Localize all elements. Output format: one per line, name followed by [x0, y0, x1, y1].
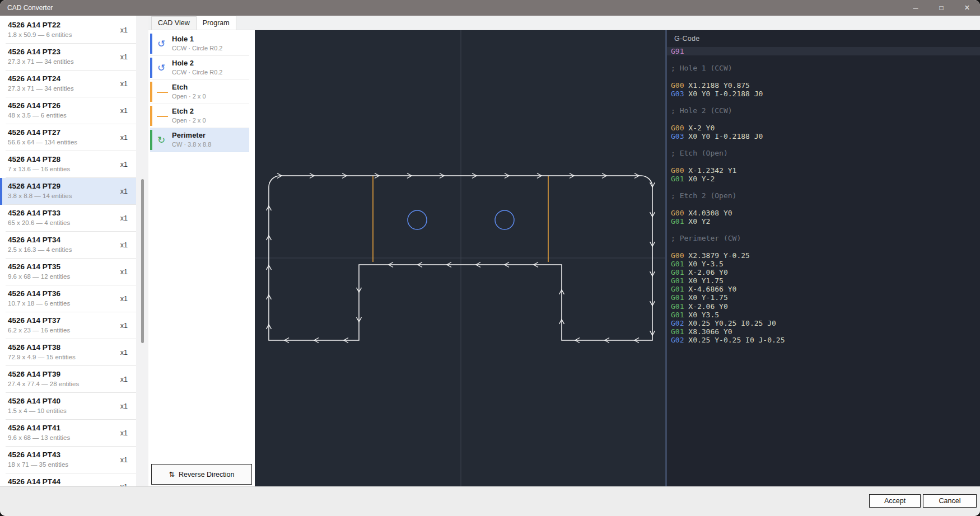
- close-button[interactable]: ×: [954, 0, 980, 16]
- part-list-item[interactable]: 4526 A14 PT419.6 x 68 — 13 entitiesx1: [0, 420, 136, 447]
- part-dimensions: 9.6 x 68 — 12 entities: [8, 273, 70, 280]
- part-list-item[interactable]: 4526 A14 PT2427.3 x 71 — 34 entitiesx1: [0, 71, 136, 97]
- app-window: CAD Converter – □ × 4526 A14 PT221.8 x 5…: [0, 0, 980, 516]
- part-list-item[interactable]: 4526 A14 PT2756.6 x 64 — 134 entitiesx1: [0, 124, 136, 151]
- part-dimensions: 56.6 x 64 — 134 entities: [8, 139, 77, 146]
- part-name: 4526 A14 PT44: [8, 477, 60, 486]
- part-name: 4526 A14 PT29: [8, 182, 60, 190]
- gcode-line: [667, 157, 980, 166]
- part-name: 4526 A14 PT36: [8, 289, 60, 298]
- part-dimensions: 65 x 20.6 — 4 entities: [8, 219, 70, 226]
- gcode-line: [667, 183, 980, 191]
- part-name: 4526 A14 PT37: [8, 316, 60, 325]
- maximize-button[interactable]: □: [928, 0, 954, 16]
- operation-item[interactable]: EtchOpen · 2 x 0: [150, 80, 249, 104]
- part-quantity: x1: [120, 161, 128, 168]
- part-name: 4526 A14 PT23: [8, 48, 60, 56]
- gcode-word: G01: [671, 217, 684, 226]
- part-list-item[interactable]: 4526 A14 PT376.2 x 23 — 16 entitiesx1: [0, 312, 136, 339]
- hole-circle: [408, 210, 427, 229]
- rotate-ccw-icon: ↺: [157, 63, 165, 73]
- tabs: CAD ViewProgram: [148, 16, 980, 30]
- part-quantity: x1: [120, 107, 128, 115]
- part-quantity: x1: [120, 134, 128, 142]
- part-quantity: x1: [120, 322, 128, 330]
- main-region: 4526 A14 PT221.8 x 50.9 — 6 entitiesx145…: [0, 16, 980, 486]
- gcode-args: X1.2188 Y0.875: [684, 81, 749, 90]
- reverse-direction-button[interactable]: ⇅ Reverse Direction: [151, 464, 252, 485]
- gcode-args: X0 Y0 I-0.2188 J0: [684, 90, 763, 98]
- gcode-comment: ; Etch 2 (Open): [671, 191, 736, 200]
- part-list-item[interactable]: 4526 A14 PT3365 x 20.6 — 4 entitiesx1: [0, 205, 136, 232]
- part-list-item[interactable]: 4526 A14 PT221.8 x 50.9 — 6 entitiesx1: [0, 17, 136, 44]
- gcode-word: G02: [671, 319, 684, 327]
- gcode-line: G01 X-2.06 Y0: [667, 302, 980, 311]
- part-list-item[interactable]: 4526 A14 PT3610.7 x 18 — 6 entitiesx1: [0, 285, 136, 312]
- cad-canvas[interactable]: [255, 30, 665, 486]
- operation-item[interactable]: ↺Hole 2CCW · Circle R0.2: [150, 56, 249, 80]
- gcode-word: G03: [671, 90, 684, 98]
- gcode-line: ; Hole 2 (CCW): [667, 106, 980, 115]
- minimize-button[interactable]: –: [903, 0, 928, 16]
- gcode-args: X0 Y3.5: [684, 311, 719, 319]
- operation-item[interactable]: ↻PerimeterCW · 3.8 x 8.8: [150, 128, 249, 152]
- gcode-word: G00: [671, 81, 684, 90]
- part-list-item[interactable]: 4526 A14 PT3927.4 x 77.4 — 28 entitiesx1: [0, 366, 136, 393]
- operation-item[interactable]: Etch 2Open · 2 x 0: [150, 104, 249, 128]
- gcode-args: X0 Y-2: [684, 175, 715, 183]
- tab-program[interactable]: Program: [196, 16, 236, 30]
- part-quantity: x1: [120, 214, 128, 222]
- part-quantity: x1: [120, 402, 128, 410]
- gcode-comment: ; Etch (Open): [671, 149, 728, 157]
- operation-item[interactable]: ↺Hole 1CCW · Circle R0.2: [150, 32, 249, 56]
- hole-circle: [495, 210, 514, 229]
- part-list-item[interactable]: 4526 A14 PT3872.9 x 4.9 — 15 entitiesx1: [0, 339, 136, 366]
- part-name: 4526 A14 PT34: [8, 236, 60, 244]
- part-name: 4526 A14 PT43: [8, 451, 60, 459]
- title-bar: CAD Converter – □ ×: [0, 0, 980, 16]
- part-list-item[interactable]: 4526 A14 PT2327.3 x 71 — 34 entitiesx1: [0, 44, 136, 71]
- part-list-item[interactable]: 4526 A14 PT401.5 x 4 — 10 entitiesx1: [0, 393, 136, 420]
- operations-list: ↺Hole 1CCW · Circle R0.2↺Hole 2CCW · Cir…: [148, 30, 255, 152]
- gcode-args: X0 Y-1.75: [684, 293, 727, 302]
- part-quantity: x1: [120, 268, 128, 276]
- tab-cad-view[interactable]: CAD View: [151, 16, 197, 30]
- part-dimensions: 18 x 71 — 35 entities: [8, 461, 68, 468]
- part-list-item[interactable]: 4526 A14 PT342.5 x 16.3 — 4 entitiesx1: [0, 232, 136, 259]
- operation-accent-bar: [150, 130, 152, 150]
- gcode-line: G02 X0.25 Y-0.25 I0 J-0.25: [667, 336, 980, 344]
- part-list-item[interactable]: 4526 A14 PT4318 x 71 — 35 entitiesx1: [0, 447, 136, 473]
- reverse-direction-label: Reverse Direction: [179, 471, 234, 479]
- part-quantity: x1: [120, 241, 128, 249]
- accept-button[interactable]: Accept: [869, 494, 921, 508]
- part-dimensions: 27.3 x 71 — 34 entities: [8, 58, 74, 65]
- part-list-item[interactable]: 4526 A14 PT293.8 x 8.8 — 14 entitiesx1: [0, 178, 136, 205]
- gcode-args: X-2.06 Y0: [684, 302, 727, 311]
- gcode-word: G91: [671, 47, 684, 55]
- part-dimensions: 48 x 3.5 — 6 entities: [8, 112, 67, 119]
- gcode-listing[interactable]: G91; Hole 1 (CCW)G00 X1.2188 Y0.875G03 X…: [667, 47, 980, 345]
- gcode-line: ; Hole 1 (CCW): [667, 64, 980, 72]
- gcode-line: G01 X0 Y-1.75: [667, 293, 980, 302]
- part-list-item[interactable]: 4526 A14 PT287 x 13.6 — 16 entitiesx1: [0, 151, 136, 178]
- part-name: 4526 A14 PT28: [8, 155, 60, 163]
- cancel-button[interactable]: Cancel: [923, 494, 977, 508]
- gcode-args: X-4.6866 Y0: [684, 285, 736, 293]
- gcode-args: X2.3879 Y-0.25: [684, 251, 749, 260]
- part-dimensions: 27.3 x 71 — 34 entities: [8, 85, 74, 92]
- gcode-word: G01: [671, 276, 684, 285]
- parts-scrollbar-thumb[interactable]: [141, 179, 144, 343]
- part-list-item[interactable]: 4526 A14 PT2648 x 3.5 — 6 entitiesx1: [0, 97, 136, 124]
- part-list-item[interactable]: 4526 A14 PT359.6 x 68 — 12 entitiesx1: [0, 259, 136, 285]
- gcode-line: G00 X4.0308 Y0: [667, 209, 980, 217]
- close-icon: ×: [964, 3, 969, 13]
- gcode-args: X0 Y-3.5: [684, 260, 723, 268]
- gcode-args: X0 Y1.75: [684, 276, 723, 285]
- part-name: 4526 A14 PT22: [8, 21, 60, 29]
- parts-scrollbar[interactable]: [136, 16, 148, 486]
- gcode-word: G00: [671, 251, 684, 260]
- gcode-args: X0.25 Y0.25 I0.25 J0: [684, 319, 776, 327]
- selected-accent-bar: [0, 178, 2, 205]
- operation-title: Etch: [172, 83, 188, 91]
- part-list-item[interactable]: 4526 A14 PT44x1: [0, 473, 136, 486]
